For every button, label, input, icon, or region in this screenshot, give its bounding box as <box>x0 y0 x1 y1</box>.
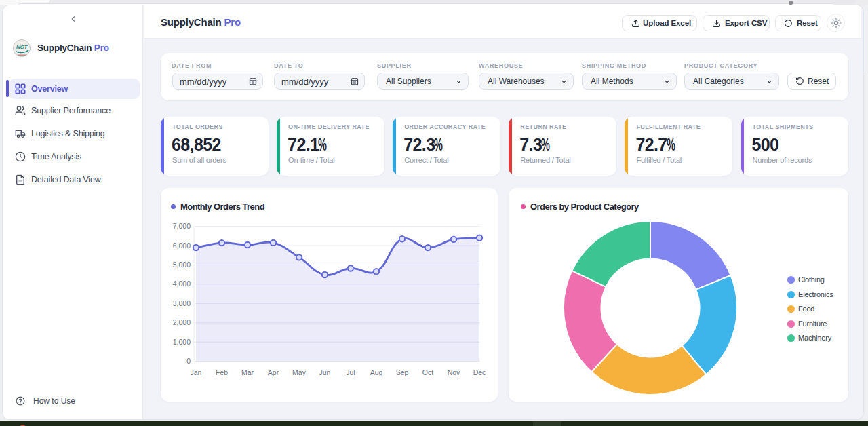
svg-text:2,000: 2,000 <box>173 318 191 326</box>
svg-text:1,000: 1,000 <box>173 338 191 346</box>
svg-text:Mar: Mar <box>241 368 254 376</box>
svg-text:Dec: Dec <box>473 368 486 376</box>
svg-text:Jul: Jul <box>346 368 355 376</box>
svg-text:Aug: Aug <box>370 368 383 376</box>
svg-text:May: May <box>292 368 307 376</box>
svg-text:3,000: 3,000 <box>173 299 191 307</box>
svg-text:Apr: Apr <box>268 368 279 376</box>
svg-text:Sep: Sep <box>396 368 409 376</box>
svg-text:7,000: 7,000 <box>173 222 191 230</box>
svg-text:6,000: 6,000 <box>173 241 191 250</box>
svg-text:Jan: Jan <box>191 368 202 376</box>
svg-text:Oct: Oct <box>422 368 433 376</box>
svg-text:Jun: Jun <box>319 368 331 376</box>
svg-text:Feb: Feb <box>216 368 228 376</box>
svg-text:Nov: Nov <box>448 368 460 376</box>
svg-text:0: 0 <box>186 357 191 365</box>
svg-text:5,000: 5,000 <box>173 260 191 269</box>
svg-text:4,000: 4,000 <box>173 279 191 288</box>
